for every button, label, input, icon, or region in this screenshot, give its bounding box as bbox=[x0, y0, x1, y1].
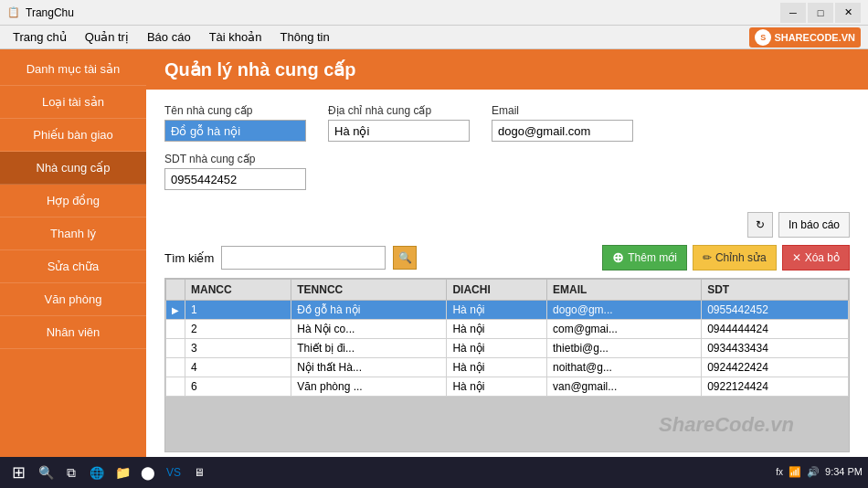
email-label: Email bbox=[492, 104, 633, 117]
search-input[interactable] bbox=[221, 246, 386, 270]
table-row[interactable]: ▶1Đồ gỗ hà nộiHà nộidogo@gm...0955442452 bbox=[166, 301, 849, 320]
sidebar-item-hopdong[interactable]: Hợp đồng bbox=[0, 185, 146, 217]
app-icon: 📋 bbox=[7, 6, 20, 18]
title-bar: 📋 TrangChu ─ □ ✕ bbox=[0, 0, 868, 26]
maximize-button[interactable]: □ bbox=[808, 3, 833, 23]
cell-tenncc: Thiết bị đi... bbox=[291, 339, 447, 358]
start-button[interactable]: ⊞ bbox=[5, 460, 31, 485]
cell-diachi: Hà nội bbox=[447, 339, 547, 358]
logo: S SHARECODE.VN bbox=[749, 27, 861, 48]
time-display: 9:34 PM bbox=[825, 465, 863, 479]
diachi-input[interactable] bbox=[328, 120, 470, 142]
cell-tenncc: Hà Nội co... bbox=[291, 320, 447, 339]
sidebar-item-loaitaisan[interactable]: Loại tài sản bbox=[0, 86, 146, 119]
page-header: Quản lý nhà cung cấp bbox=[146, 49, 868, 90]
col-arrow bbox=[166, 280, 185, 301]
cell-id: 6 bbox=[185, 377, 291, 397]
cell-sdt: 0924422424 bbox=[702, 358, 849, 377]
add-button[interactable]: ⊕ Thêm mới bbox=[602, 245, 687, 271]
menu-baocao[interactable]: Báo cáo bbox=[138, 27, 200, 47]
cell-sdt: 0955442452 bbox=[702, 301, 849, 320]
sidebar-item-suachua[interactable]: Sửa chữa bbox=[0, 250, 146, 283]
table-row[interactable]: 4Nội thất Hà...Hà nộinoithat@g...0924422… bbox=[166, 358, 849, 377]
cell-sdt: 0922124424 bbox=[702, 377, 849, 397]
taskbar-folder-icon[interactable]: 📁 bbox=[111, 461, 133, 483]
refresh-icon: ↻ bbox=[756, 218, 765, 231]
row-arrow bbox=[166, 377, 185, 397]
form-group-diachi: Địa chỉ nhà cung cấp bbox=[328, 104, 470, 142]
main-layout: Danh mục tài sản Loại tài sản Phiếu bàn … bbox=[0, 49, 868, 488]
sidebar-item-thanhly[interactable]: Thanh lý bbox=[0, 217, 146, 250]
edit-button[interactable]: ✏ Chỉnh sửa bbox=[693, 245, 777, 271]
email-input[interactable] bbox=[492, 120, 633, 142]
taskbar-taskview-icon[interactable]: ⧉ bbox=[60, 461, 82, 483]
form-area: Tên nhà cung cấp Địa chỉ nhà cung cấp Em… bbox=[146, 90, 868, 208]
taskbar-right: fx 📶 🔊 9:34 PM bbox=[776, 465, 863, 479]
col-tenncc: TENNCC bbox=[291, 280, 447, 301]
refresh-button[interactable]: ↻ bbox=[747, 212, 773, 238]
taskbar-app-icon[interactable]: 🖥 bbox=[188, 461, 210, 483]
sidebar: Danh mục tài sản Loại tài sản Phiếu bàn … bbox=[0, 49, 146, 488]
search-icon: 🔍 bbox=[398, 251, 412, 264]
taskbar-edge-icon[interactable]: 🌐 bbox=[86, 461, 108, 483]
cell-email: com@gmai... bbox=[547, 320, 702, 339]
col-diachi: DIACHI bbox=[447, 280, 547, 301]
title-bar-left: 📋 TrangChu bbox=[7, 6, 74, 19]
taskbar-network-icon: 📶 bbox=[789, 466, 801, 478]
print-button[interactable]: In báo cáo bbox=[778, 212, 850, 238]
col-email: EMAIL bbox=[547, 280, 702, 301]
menu-quantri[interactable]: Quản trị bbox=[76, 27, 138, 47]
taskbar-chrome-icon[interactable]: ⬤ bbox=[137, 461, 159, 483]
form-row-1: Tên nhà cung cấp Địa chỉ nhà cung cấp Em… bbox=[164, 104, 850, 142]
cell-tenncc: Văn phòng ... bbox=[291, 377, 447, 397]
menu-thongtin[interactable]: Thông tin bbox=[271, 27, 339, 47]
delete-button[interactable]: ✕ Xóa bỏ bbox=[782, 245, 850, 271]
logo-text: SHARECODE.VN bbox=[774, 32, 855, 43]
search-left: Tìm kiếm 🔍 bbox=[164, 246, 417, 270]
sdt-input[interactable] bbox=[164, 168, 306, 190]
menu-trangchu[interactable]: Trang chủ bbox=[4, 27, 76, 47]
search-label: Tìm kiếm bbox=[164, 251, 214, 265]
form-row-2: SDT nhà cung cấp bbox=[164, 153, 850, 190]
taskbar: ⊞ 🔍 ⧉ 🌐 📁 ⬤ VS 🖥 fx 📶 🔊 9:34 PM bbox=[0, 457, 868, 488]
watermark: ShareCode.vn bbox=[659, 413, 794, 437]
ten-label: Tên nhà cung cấp bbox=[164, 104, 306, 117]
sidebar-item-vanphong[interactable]: Văn phòng bbox=[0, 283, 146, 316]
content-area: Quản lý nhà cung cấp Tên nhà cung cấp Đị… bbox=[146, 49, 868, 488]
sidebar-item-danhmuc[interactable]: Danh mục tài sản bbox=[0, 53, 146, 86]
title-bar-controls: ─ □ ✕ bbox=[780, 3, 861, 23]
taskbar-search-icon[interactable]: 🔍 bbox=[35, 461, 57, 483]
cell-sdt: 0934433434 bbox=[702, 339, 849, 358]
taskbar-code-icon[interactable]: VS bbox=[163, 461, 185, 483]
row-arrow bbox=[166, 358, 185, 377]
sidebar-item-phieubangiao[interactable]: Phiếu bàn giao bbox=[0, 119, 146, 152]
logo-circle: S bbox=[755, 29, 771, 46]
cell-tenncc: Đồ gỗ hà nội bbox=[291, 301, 447, 320]
sdt-label: SDT nhà cung cấp bbox=[164, 153, 306, 165]
row-arrow bbox=[166, 339, 185, 358]
table-row[interactable]: 2Hà Nội co...Hà nộicom@gmai...0944444424 bbox=[166, 320, 849, 339]
col-mancc: MANCC bbox=[185, 280, 291, 301]
row-arrow: ▶ bbox=[166, 301, 185, 320]
windows-icon: ⊞ bbox=[12, 462, 26, 483]
cell-id: 2 bbox=[185, 320, 291, 339]
cell-id: 4 bbox=[185, 358, 291, 377]
sidebar-item-nhanvien[interactable]: Nhân viên bbox=[0, 316, 146, 349]
top-action-bar: ↻ In báo cáo bbox=[146, 208, 868, 241]
menu-taikhoan[interactable]: Tài khoản bbox=[200, 27, 271, 47]
table-row[interactable]: 6Văn phòng ...Hà nộivan@gmail...09221244… bbox=[166, 377, 849, 397]
table-row[interactable]: 3Thiết bị đi...Hà nộithietbi@g...0934433… bbox=[166, 339, 849, 358]
edit-icon: ✏ bbox=[703, 251, 712, 264]
search-button[interactable]: 🔍 bbox=[393, 246, 417, 270]
taskbar-fx: fx bbox=[776, 467, 783, 477]
edit-label: Chỉnh sửa bbox=[715, 251, 767, 264]
crud-buttons: ⊕ Thêm mới ✏ Chỉnh sửa ✕ Xóa bỏ bbox=[602, 245, 850, 271]
cell-diachi: Hà nội bbox=[447, 358, 547, 377]
form-group-ten: Tên nhà cung cấp bbox=[164, 104, 306, 142]
sidebar-item-nhacungcap[interactable]: Nhà cung cấp bbox=[0, 152, 146, 185]
print-label: In báo cáo bbox=[789, 218, 840, 231]
close-button[interactable]: ✕ bbox=[835, 3, 861, 23]
ten-input[interactable] bbox=[164, 120, 306, 142]
search-bar: Tìm kiếm 🔍 ⊕ Thêm mới ✏ Chỉnh sửa ✕ Xóa … bbox=[146, 241, 868, 274]
minimize-button[interactable]: ─ bbox=[780, 3, 806, 23]
